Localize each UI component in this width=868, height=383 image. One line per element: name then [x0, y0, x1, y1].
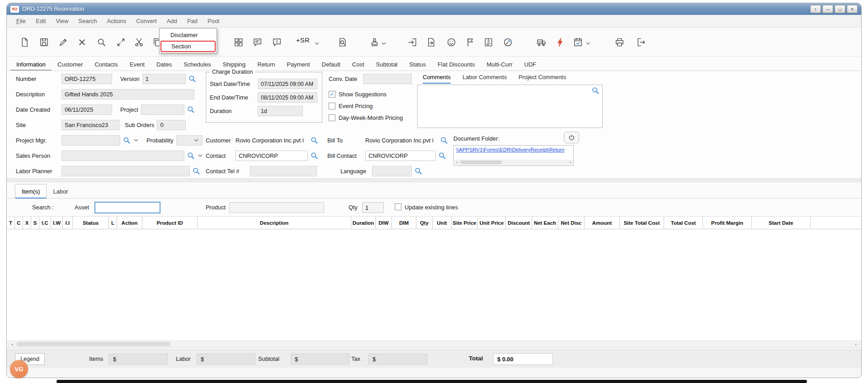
probability-select[interactable] — [176, 135, 203, 146]
customer-value[interactable]: Rovio Corporation Inc.pvt l — [236, 137, 308, 144]
document-folder-link[interactable]: \\APPSRV1\Forms\EDR\DeliveryReceipt\Retu… — [454, 146, 573, 152]
bill-contact-search-icon[interactable] — [439, 152, 446, 160]
column-header-c[interactable]: C — [15, 217, 23, 229]
tab-contacts[interactable]: Contacts — [89, 58, 123, 71]
column-header-s[interactable]: S — [31, 217, 39, 229]
scroll-thumb[interactable] — [461, 161, 501, 164]
truck-icon[interactable]: A|B — [534, 35, 548, 49]
event-pricing-checkbox[interactable] — [329, 103, 335, 109]
menu-add[interactable]: Add — [162, 15, 182, 27]
customer-search-icon[interactable] — [311, 137, 318, 144]
items-table-body[interactable] — [7, 229, 861, 340]
door-in-icon[interactable] — [406, 35, 419, 49]
version-field[interactable]: 1 — [142, 74, 186, 84]
version-search-icon[interactable] — [189, 75, 196, 83]
contact-tel-field[interactable] — [250, 166, 317, 176]
hscroll-thumb[interactable] — [17, 342, 170, 346]
page-arrow-icon[interactable] — [424, 35, 438, 49]
delete-icon[interactable] — [75, 35, 89, 49]
menu-item-disclaimer[interactable]: Disclaimer — [160, 29, 217, 41]
project-field[interactable] — [141, 104, 184, 115]
menu-actions[interactable]: Actions — [102, 15, 132, 27]
column-header-i-c[interactable]: I.C — [39, 217, 51, 229]
labor-planner-search-icon[interactable] — [193, 167, 200, 175]
stamp-caret-icon[interactable] — [381, 40, 387, 45]
column-header-profit-margin[interactable]: Profit Margin — [703, 217, 752, 229]
tab-status[interactable]: Status — [403, 58, 432, 71]
sales-person-search-icon[interactable] — [187, 152, 195, 160]
column-header-i-i[interactable]: I.I — [63, 217, 73, 229]
layout-grid-icon[interactable] — [231, 35, 245, 49]
labor-planner-field[interactable] — [61, 166, 190, 176]
sr-button[interactable]: +SR — [296, 37, 310, 44]
tab-information[interactable]: Information — [10, 58, 52, 71]
hscroll-left-icon[interactable]: ‹ — [9, 341, 16, 347]
column-header-duration[interactable]: Duration — [351, 217, 376, 229]
tab-return[interactable]: Return — [251, 58, 281, 71]
column-header-diw[interactable]: DIW — [376, 217, 392, 229]
comment-icon[interactable] — [250, 35, 264, 49]
document-search-icon[interactable] — [335, 35, 349, 49]
column-header-amount[interactable]: Amount — [585, 217, 620, 229]
column-header-site-total-cost[interactable]: Site Total Cost — [620, 217, 664, 229]
bill-to-search-icon[interactable] — [440, 137, 448, 144]
column-header-i-w[interactable]: I.W — [51, 217, 63, 229]
column-header-unit[interactable]: Unit — [433, 217, 452, 229]
items-tab-item-s-[interactable]: Item(s) — [15, 184, 47, 199]
tab-default[interactable]: Default — [316, 58, 346, 71]
tab-payment[interactable]: Payment — [281, 58, 316, 71]
tab-cost[interactable]: Cost — [346, 58, 370, 71]
calendar-check-icon[interactable] — [571, 35, 585, 49]
document-folder-scrollbar[interactable]: ‹ › — [454, 160, 573, 165]
project-search-icon[interactable] — [187, 106, 195, 113]
restore-button[interactable]: ↑ — [810, 5, 821, 13]
flag-icon[interactable] — [463, 35, 477, 49]
menu-convert[interactable]: Convert — [131, 15, 162, 27]
bill-contact-field[interactable]: CNROVICORP — [365, 151, 436, 161]
new-document-icon[interactable] — [18, 35, 31, 49]
vg-badge[interactable]: VG — [10, 360, 28, 378]
sr-button-caret-icon[interactable] — [314, 40, 320, 45]
column-header-status[interactable]: Status — [73, 217, 109, 229]
search-icon[interactable] — [94, 35, 108, 49]
menu-pool[interactable]: Pool — [203, 15, 224, 27]
items-tab-labor[interactable]: Labor — [47, 184, 74, 198]
invoice-icon[interactable]: $ — [481, 35, 495, 49]
column-header-total-cost[interactable]: Total Cost — [664, 217, 703, 229]
sub-orders-field[interactable]: 0 — [157, 120, 186, 130]
column-header-l[interactable]: L — [109, 217, 117, 229]
comments-search-icon[interactable] — [592, 87, 599, 95]
column-header-qty[interactable]: Qty — [416, 217, 433, 229]
comments-tab-project-comments[interactable]: Project Comments — [519, 74, 566, 84]
project-mgr-field[interactable] — [61, 135, 120, 146]
sales-person-dropdown-icon[interactable] — [198, 153, 203, 159]
menu-edit[interactable]: Edit — [31, 15, 51, 27]
comments-tab-labor-comments[interactable]: Labor Comments — [462, 74, 507, 84]
tab-event[interactable]: Event — [124, 58, 151, 71]
conv-date-field[interactable] — [363, 74, 412, 84]
asset-input[interactable] — [94, 202, 160, 213]
tab-multi-curr[interactable]: Multi-Curr — [481, 58, 518, 71]
comments-tab-comments[interactable]: Comments — [423, 74, 451, 84]
description-field[interactable]: Gifted Hands 2025 — [61, 89, 194, 99]
show-suggestions-checkbox[interactable]: ✓ — [329, 91, 335, 98]
duration-field[interactable]: 1d — [258, 106, 303, 116]
minimize-button[interactable]: – — [822, 5, 833, 13]
project-mgr-dropdown-icon[interactable] — [133, 137, 139, 143]
language-field[interactable] — [372, 166, 412, 176]
tab-subtotal[interactable]: Subtotal — [370, 58, 404, 71]
menu-pad[interactable]: Pad — [182, 15, 203, 27]
column-header-product-id[interactable]: Product ID — [142, 217, 198, 229]
exit-icon[interactable] — [634, 35, 648, 49]
menu-search[interactable]: Search — [73, 15, 102, 27]
column-header-description[interactable]: Description — [198, 217, 351, 229]
cut-icon[interactable] — [132, 35, 146, 49]
items-hscrollbar[interactable]: ‹ › — [8, 340, 860, 348]
column-header-x[interactable]: X — [23, 217, 31, 229]
menu-view[interactable]: View — [51, 15, 73, 27]
contact-search-icon[interactable] — [311, 152, 318, 160]
edit-icon[interactable] — [56, 35, 70, 49]
column-header-net-disc[interactable]: Net Disc — [558, 217, 585, 229]
tab-customer[interactable]: Customer — [52, 58, 89, 71]
close-button[interactable]: × — [847, 5, 858, 13]
